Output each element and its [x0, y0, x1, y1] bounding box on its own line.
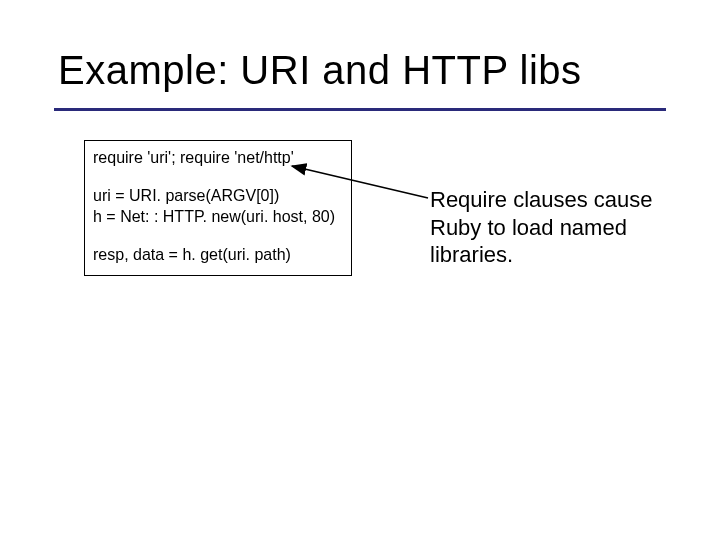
code-blank-1 — [93, 169, 343, 185]
code-line-4: resp, data = h. get(uri. path) — [93, 244, 343, 266]
code-line-1: require 'uri'; require 'net/http' — [93, 147, 343, 169]
title-underline — [54, 108, 666, 111]
code-blank-2 — [93, 228, 343, 244]
code-line-2: uri = URI. parse(ARGV[0]) — [93, 185, 343, 207]
code-line-3: h = Net: : HTTP. new(uri. host, 80) — [93, 206, 343, 228]
code-box: require 'uri'; require 'net/http' uri = … — [84, 140, 352, 276]
slide-title: Example: URI and HTTP libs — [58, 48, 582, 93]
annotation-text: Require clauses cause Ruby to load named… — [430, 186, 660, 269]
